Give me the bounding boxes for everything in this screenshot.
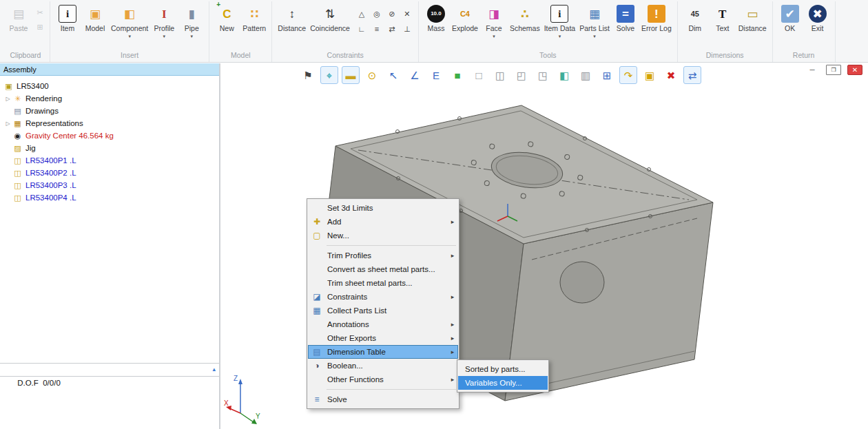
menu-item-label: Collect Parts List bbox=[324, 306, 448, 315]
quick-pick-icon[interactable]: E bbox=[427, 66, 445, 84]
coincidence-button[interactable]: ⇅Coincidence bbox=[308, 1, 352, 33]
tree-item-label: LR53400P2 .L bbox=[25, 169, 76, 177]
tree-item-part-2[interactable]: ◫LR53400P2 .L bbox=[0, 167, 219, 179]
parallel-constraint-icon[interactable]: ≡ bbox=[371, 23, 383, 35]
menu-item-collect-parts-list[interactable]: ▦Collect Parts List bbox=[308, 304, 458, 317]
component-button[interactable]: ◧Component▾ bbox=[109, 1, 150, 39]
exit-button[interactable]: ✖Exit bbox=[804, 1, 831, 33]
schemas-button-label: Schemas bbox=[510, 25, 540, 33]
perpendicular-constraint-icon[interactable]: ∟ bbox=[355, 23, 368, 35]
wire-cube-4-icon[interactable]: ◳ bbox=[534, 66, 552, 84]
panel-splitter-arrow-icon[interactable]: ▴ bbox=[212, 364, 216, 374]
solid-green-cube-icon[interactable]: ■ bbox=[448, 66, 466, 84]
angle-constraint-icon[interactable]: △ bbox=[355, 8, 368, 20]
tree-item-label: LR53400 bbox=[17, 82, 49, 90]
menu-item-dimension-table[interactable]: ▤Dimension Table▸ bbox=[308, 345, 458, 359]
shaded-cube-icon[interactable]: ◧ bbox=[555, 66, 573, 84]
chevron-down-icon: ▾ bbox=[559, 34, 561, 39]
submenu-item-sorted-by-parts[interactable]: Sorted by parts... bbox=[458, 362, 548, 376]
tree-item-part-3[interactable]: ◫LR53400P3 .L bbox=[0, 179, 219, 191]
distance-constraint-button[interactable]: ↕Distance bbox=[276, 1, 308, 33]
menu-item-label: Set 3d Limits bbox=[324, 204, 448, 212]
tree-item-part-1[interactable]: ◫LR53400P1 .L bbox=[0, 154, 219, 167]
tree-item-representations[interactable]: ▷▦Representations bbox=[0, 117, 219, 129]
maximize-button[interactable]: ❒ bbox=[826, 65, 841, 75]
menu-item-trim-profiles[interactable]: Trim Profiles▸ bbox=[308, 249, 458, 262]
swap-icon[interactable]: ⇄ bbox=[683, 66, 701, 84]
assembly-tree[interactable]: ▣LR53400▷✳Rendering▤Drawings▷▦Representa… bbox=[0, 76, 219, 364]
tree-item-root[interactable]: ▣LR53400 bbox=[0, 80, 219, 92]
wire-cube-3-icon[interactable]: ◰ bbox=[513, 66, 530, 84]
menu-item-new[interactable]: ▢New... bbox=[308, 229, 458, 242]
copy-parts-icon[interactable]: ⊞ bbox=[598, 66, 616, 84]
snap-vertex-icon[interactable]: ↖ bbox=[384, 66, 402, 84]
small-button-stack: ✂⊞ bbox=[34, 1, 46, 33]
item-button[interactable]: iItem bbox=[54, 1, 81, 33]
dim-button[interactable]: 45Dim bbox=[681, 1, 709, 33]
minimize-button[interactable]: ─ bbox=[805, 65, 820, 75]
ok-button[interactable]: ✔OK bbox=[776, 1, 804, 33]
concentric-constraint-icon[interactable]: ◎ bbox=[371, 8, 383, 20]
model-button[interactable]: ▣Model bbox=[81, 1, 109, 33]
sketch-icon[interactable]: ↷ bbox=[619, 66, 637, 84]
menu-item-solve[interactable]: ≡Solve bbox=[308, 393, 458, 406]
menu-item-annotations[interactable]: Annotations▸ bbox=[308, 317, 458, 331]
menu-item-other-exports[interactable]: Other Exports▸ bbox=[308, 331, 458, 345]
list-icon[interactable]: ▥ bbox=[577, 66, 595, 84]
tree-item-rendering[interactable]: ▷✳Rendering bbox=[0, 92, 219, 105]
paste-button[interactable]: ▤Paste bbox=[5, 1, 32, 33]
menu-item-set-3d-limits[interactable]: Set 3d Limits bbox=[308, 201, 458, 215]
expander-icon[interactable]: ▷ bbox=[3, 121, 12, 127]
tree-item-jig[interactable]: ▨Jig bbox=[0, 142, 219, 154]
tangent-constraint-icon[interactable]: ⊘ bbox=[386, 8, 398, 20]
measure-icon[interactable]: ▬ bbox=[342, 66, 360, 84]
exit-button-label: Exit bbox=[812, 25, 824, 33]
menu-item-convert-sheet-metal[interactable]: Convert as sheet metal parts... bbox=[308, 262, 458, 276]
wire-cube-2-icon[interactable]: ◫ bbox=[491, 66, 509, 84]
tree-item-gravity-center[interactable]: ◉Gravity Center 46.564 kg bbox=[0, 129, 219, 142]
menu-item-boolean[interactable]: ◑Boolean... bbox=[308, 359, 458, 373]
error-log-icon: ! bbox=[648, 5, 665, 23]
menu-item-label: Other Exports bbox=[324, 334, 448, 342]
close-button[interactable]: ✕ bbox=[847, 65, 862, 75]
error-log-button[interactable]: !Error Log bbox=[639, 1, 674, 33]
item-data-button[interactable]: iItem Data▾ bbox=[542, 1, 578, 39]
snap-edge-icon[interactable]: ∠ bbox=[406, 66, 424, 84]
menu-item-constraints[interactable]: ◪Constraints▸ bbox=[308, 290, 458, 304]
delete-icon[interactable]: ✖ bbox=[662, 66, 680, 84]
chevron-down-icon: ▾ bbox=[191, 34, 194, 39]
menu-item-trim-sheet-metal[interactable]: Trim sheet metal parts... bbox=[308, 276, 458, 290]
drawer-icon[interactable]: ▣ bbox=[641, 66, 659, 84]
snap-point-icon[interactable]: ⊙ bbox=[363, 66, 381, 84]
fix-constraint-icon[interactable]: ⊥ bbox=[401, 23, 413, 35]
mass-button[interactable]: 10.0Mass bbox=[422, 1, 450, 33]
cut-button[interactable]: ✂ bbox=[34, 6, 46, 19]
tree-item-label: LR53400P3 .L bbox=[25, 181, 76, 189]
select-frame-icon[interactable]: ⌖ bbox=[320, 66, 338, 84]
application-window: ▤Paste✂⊞ClipboardiItem▣Model◧Component▾I… bbox=[0, 0, 868, 429]
expander-icon[interactable]: ▷ bbox=[3, 96, 12, 102]
explode-button[interactable]: C4Explode bbox=[450, 1, 480, 33]
menu-item-other-functions[interactable]: Other Functions▸ bbox=[308, 373, 458, 386]
pattern-button[interactable]: ∷Pattern bbox=[240, 1, 268, 33]
solve-button[interactable]: =Solve bbox=[612, 1, 639, 33]
parts-list-button[interactable]: ▦Parts List▾ bbox=[577, 1, 612, 39]
submenu-item-variables-only[interactable]: Variables Only... bbox=[458, 376, 548, 390]
schemas-button[interactable]: ∴Schemas bbox=[508, 1, 542, 33]
menu-item-add[interactable]: ✚Add▸ bbox=[308, 215, 458, 229]
assembly-panel: Assembly ▣LR53400▷✳Rendering▤Drawings▷▦R… bbox=[0, 63, 220, 429]
wire-cube-1-icon[interactable]: □ bbox=[470, 66, 488, 84]
distance-dimension-button[interactable]: ▭Distance bbox=[736, 1, 769, 33]
pipe-button[interactable]: ▮Pipe▾ bbox=[178, 1, 205, 39]
copy-button[interactable]: ⊞ bbox=[34, 21, 46, 33]
profile-button[interactable]: IProfile▾ bbox=[150, 1, 178, 39]
face-button[interactable]: ◨Face▾ bbox=[480, 1, 508, 39]
symmetry-constraint-icon[interactable]: ✕ bbox=[401, 8, 413, 20]
new-button[interactable]: C+New bbox=[213, 1, 240, 33]
tree-item-drawings[interactable]: ▤Drawings bbox=[0, 105, 219, 117]
tree-item-part-4[interactable]: ◫LR53400P4 .L bbox=[0, 191, 219, 204]
face-button-label: Face bbox=[486, 25, 502, 33]
swap-constraint-icon[interactable]: ⇄ bbox=[386, 23, 398, 35]
text-button[interactable]: TText bbox=[709, 1, 736, 33]
pin-icon[interactable]: ⚑ bbox=[299, 66, 317, 84]
